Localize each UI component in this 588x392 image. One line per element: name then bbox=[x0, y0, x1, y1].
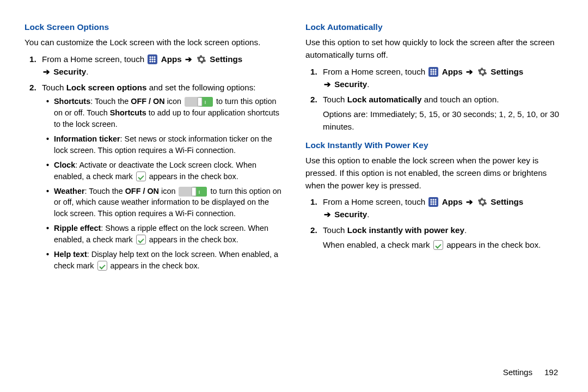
step-2: Touch Lock screen options and set the fo… bbox=[39, 82, 283, 272]
checkmark-icon bbox=[97, 261, 107, 271]
steps-lock-screen-options: From a Home screen, touch Apps ➔ Setting… bbox=[24, 53, 283, 272]
footer-page-number: 192 bbox=[544, 367, 558, 377]
apps-icon bbox=[428, 197, 438, 207]
text: Lock screen options bbox=[66, 83, 147, 92]
gear-icon bbox=[477, 197, 487, 207]
page-footer: Settings192 bbox=[503, 367, 558, 377]
footer-section: Settings bbox=[503, 367, 532, 377]
checkmark-icon bbox=[433, 240, 443, 250]
step-1: From a Home screen, touch Apps ➔ Setting… bbox=[39, 53, 283, 78]
settings-label: Settings bbox=[210, 54, 242, 64]
intro-lock-automatically: Use this option to set how quickly to lo… bbox=[305, 36, 564, 62]
page: Lock Screen Options You can customize th… bbox=[0, 0, 588, 392]
svg-rect-7 bbox=[192, 187, 196, 196]
svg-text:I: I bbox=[205, 100, 206, 105]
steps-lock-automatically: From a Home screen, touch Apps ➔ Setting… bbox=[305, 66, 564, 133]
bullet-help-text: Help text: Display help text on the lock… bbox=[46, 249, 283, 272]
section-title-lock-instantly: Lock Instantly With Power Key bbox=[305, 139, 564, 151]
left-column: Lock Screen Options You can customize th… bbox=[24, 21, 283, 381]
arrow-icon: ➔ bbox=[43, 67, 50, 76]
gear-icon bbox=[197, 54, 206, 64]
intro-lock-screen-options: You can customize the Lock screen with t… bbox=[24, 36, 283, 49]
step-2: Touch Lock automatically and touch an op… bbox=[320, 94, 564, 133]
arrow-icon: ➔ bbox=[466, 197, 473, 206]
section-title-lock-screen-options: Lock Screen Options bbox=[24, 21, 283, 33]
svg-text:I: I bbox=[199, 189, 200, 195]
bullet-clock: Clock: Activate or deactivate the Lock s… bbox=[46, 160, 283, 182]
text: and set the following options: bbox=[146, 83, 255, 92]
apps-label: Apps bbox=[161, 54, 184, 64]
section-title-lock-automatically: Lock Automatically bbox=[305, 21, 564, 33]
step-1: From a Home screen, touch Apps ➔ Setting… bbox=[320, 196, 564, 221]
steps-lock-instantly: From a Home screen, touch Apps ➔ Setting… bbox=[305, 196, 564, 251]
arrow-icon: ➔ bbox=[324, 210, 331, 219]
step-1: From a Home screen, touch Apps ➔ Setting… bbox=[320, 66, 564, 91]
gear-icon bbox=[477, 67, 487, 77]
bullet-shortcuts: Shortcuts: Touch the OFF / ON icon I to … bbox=[46, 96, 283, 130]
bullet-ripple-effect: Ripple effect: Shows a ripple effect on … bbox=[46, 223, 283, 246]
toggle-icon: I bbox=[179, 187, 207, 197]
arrow-icon: ➔ bbox=[324, 79, 331, 89]
text: From a Home screen, touch bbox=[42, 54, 146, 64]
svg-rect-3 bbox=[198, 97, 202, 106]
arrow-icon: ➔ bbox=[185, 54, 192, 64]
intro-lock-instantly: Use this option to enable the lock scree… bbox=[305, 155, 564, 192]
arrow-icon: ➔ bbox=[466, 67, 473, 76]
checkmark-icon bbox=[136, 171, 146, 181]
bullet-weather: Weather: Touch the OFF / ON icon I to tu… bbox=[46, 186, 283, 220]
step-2-note: When enabled, a check mark appears in th… bbox=[323, 239, 564, 252]
apps-icon bbox=[148, 54, 157, 64]
right-column: Lock Automatically Use this option to se… bbox=[305, 21, 564, 381]
apps-icon bbox=[428, 67, 438, 77]
toggle-icon: I bbox=[185, 97, 213, 107]
step-2-options: Options are: Immediately; 5, 15, or 30 s… bbox=[323, 108, 564, 133]
bullet-list: Shortcuts: Touch the OFF / ON icon I to … bbox=[42, 96, 283, 271]
text: Touch bbox=[42, 83, 66, 92]
step-2: Touch Lock instantly with power key. Whe… bbox=[320, 224, 564, 252]
security-label: Security bbox=[53, 67, 86, 76]
checkmark-icon bbox=[136, 235, 146, 244]
bullet-information-ticker: Information ticker: Set news or stock in… bbox=[46, 133, 283, 156]
